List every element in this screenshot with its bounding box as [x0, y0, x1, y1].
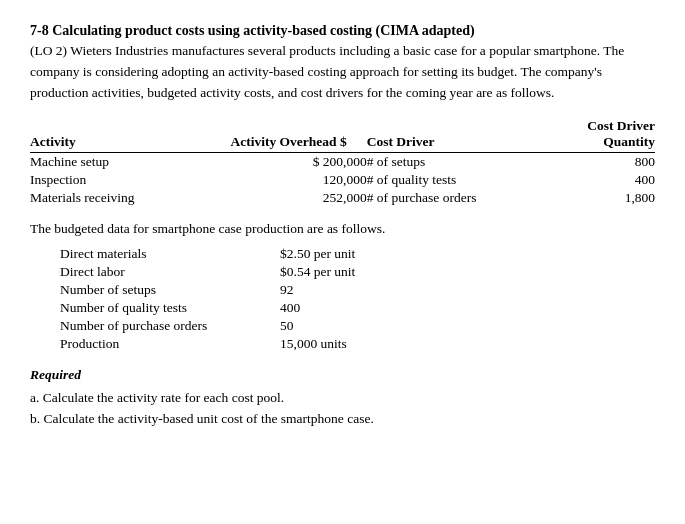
col-header-overhead: Activity Overhead $ — [197, 118, 366, 153]
budget-value-cell: 50 — [280, 317, 440, 335]
driver-cell: # of quality tests — [367, 171, 560, 189]
list-item: Number of quality tests 400 — [60, 299, 440, 317]
activity-table: Activity Activity Overhead $ Cost Driver… — [30, 118, 655, 207]
list-item: Direct labor $0.54 per unit — [60, 263, 440, 281]
budget-label-cell: Production — [60, 335, 280, 353]
activity-cell: Materials receiving — [30, 189, 197, 207]
col-header-activity: Activity — [30, 118, 197, 153]
problem-title: 7-8 Calculating product costs using acti… — [30, 20, 655, 41]
activity-cell: Machine setup — [30, 152, 197, 171]
budget-intro-text: The budgeted data for smartphone case pr… — [30, 221, 655, 237]
required-item: a. Calculate the activity rate for each … — [30, 387, 655, 409]
budget-value-cell: 92 — [280, 281, 440, 299]
driver-cell: # of purchase orders — [367, 189, 560, 207]
budget-label-cell: Number of setups — [60, 281, 280, 299]
problem-header: 7-8 Calculating product costs using acti… — [30, 20, 655, 104]
problem-title-text: Calculating product costs using activity… — [52, 23, 475, 38]
quantity-cell: 400 — [560, 171, 655, 189]
quantity-cell: 800 — [560, 152, 655, 171]
quantity-cell: 1,800 — [560, 189, 655, 207]
budget-label-cell: Number of quality tests — [60, 299, 280, 317]
problem-number: 7-8 — [30, 23, 49, 38]
budget-label-cell: Number of purchase orders — [60, 317, 280, 335]
budget-table: Direct materials $2.50 per unit Direct l… — [60, 245, 440, 353]
list-item: Production 15,000 units — [60, 335, 440, 353]
driver-cell: # of setups — [367, 152, 560, 171]
list-item: Direct materials $2.50 per unit — [60, 245, 440, 263]
required-title: Required — [30, 367, 655, 383]
overhead-cell: 120,000 — [197, 171, 366, 189]
budget-label-cell: Direct materials — [60, 245, 280, 263]
problem-description: (LO 2) Wieters Industries manufactures s… — [30, 41, 655, 104]
col-header-quantity: Cost Driver Quantity — [560, 118, 655, 153]
budget-value-cell: $0.54 per unit — [280, 263, 440, 281]
budget-value-cell: 15,000 units — [280, 335, 440, 353]
list-item: Number of purchase orders 50 — [60, 317, 440, 335]
activity-table-section: Activity Activity Overhead $ Cost Driver… — [30, 118, 655, 207]
activity-cell: Inspection — [30, 171, 197, 189]
overhead-cell: 252,000 — [197, 189, 366, 207]
list-item: Number of setups 92 — [60, 281, 440, 299]
table-row: Inspection 120,000 # of quality tests 40… — [30, 171, 655, 189]
required-item: b. Calculate the activity-based unit cos… — [30, 408, 655, 430]
budget-section: The budgeted data for smartphone case pr… — [30, 221, 655, 353]
budget-value-cell: $2.50 per unit — [280, 245, 440, 263]
overhead-cell: $ 200,000 — [197, 152, 366, 171]
table-row: Materials receiving 252,000 # of purchas… — [30, 189, 655, 207]
table-row: Machine setup $ 200,000 # of setups 800 — [30, 152, 655, 171]
col-header-cost-driver: Cost Driver — [367, 118, 560, 153]
budget-value-cell: 400 — [280, 299, 440, 317]
required-section: Required a. Calculate the activity rate … — [30, 367, 655, 430]
budget-label-cell: Direct labor — [60, 263, 280, 281]
